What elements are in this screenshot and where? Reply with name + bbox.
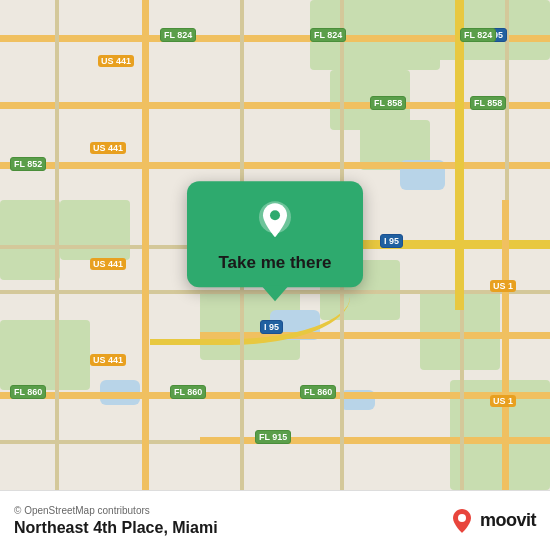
bottom-bar: © OpenStreetMap contributors Northeast 4… [0,490,550,550]
label-i95-lower: I 95 [260,320,283,334]
label-fl824-2: FL 824 [310,28,346,42]
popup-button-text: Take me there [218,253,331,273]
road-fl852-major [0,162,550,169]
label-fl858-1: FL 858 [370,96,406,110]
label-us1-2: US 1 [490,395,516,407]
popup-card[interactable]: Take me there [187,181,363,287]
location-pin-icon [253,199,297,243]
bottom-info: © OpenStreetMap contributors Northeast 4… [14,505,218,537]
road-fl858-major [0,102,550,109]
road-fl860-major [0,392,550,399]
road-us441-major [142,0,149,490]
moovit-logo: moovit [448,507,536,535]
moovit-pin-icon [448,507,476,535]
label-us441-2: US 441 [90,142,126,154]
road-minor-1 [55,0,59,490]
road-i95-highway-v [455,0,464,310]
svg-point-2 [458,514,466,522]
green-area-4 [0,200,60,280]
label-us441-4: US 441 [90,354,126,366]
label-us441-3: US 441 [90,258,126,270]
label-fl852: FL 852 [10,157,46,171]
label-us441-1: US 441 [98,55,134,67]
label-fl915: FL 915 [255,430,291,444]
attribution: © OpenStreetMap contributors [14,505,218,516]
label-fl860-2: FL 860 [170,385,206,399]
map-container: I 95 FL 824 FL 824 FL 824 FL 858 FL 858 … [0,0,550,490]
label-fl824-3: FL 824 [460,28,496,42]
label-fl860-1: FL 860 [10,385,46,399]
road-us1-major [502,200,509,490]
svg-point-1 [270,210,280,220]
green-area-9 [0,320,90,390]
label-i95-mid: I 95 [380,234,403,248]
location-title: Northeast 4th Place, Miami [14,519,218,537]
road-fl915-major [200,437,550,444]
label-fl860-3: FL 860 [300,385,336,399]
moovit-brand-text: moovit [480,510,536,531]
label-fl824-1: FL 824 [160,28,196,42]
label-fl858-2: FL 858 [470,96,506,110]
label-us1-1: US 1 [490,280,516,292]
green-area-5 [60,200,130,260]
